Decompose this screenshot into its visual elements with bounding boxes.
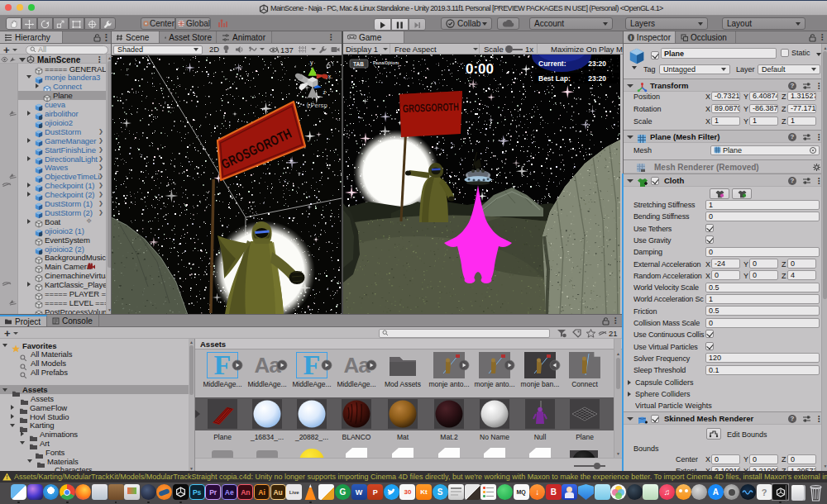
- svg-text:Current:: Current:: [538, 59, 566, 68]
- svg-text:⟨ Persp: ⟨ Persp: [306, 102, 327, 109]
- svg-text:!: !: [6, 474, 7, 480]
- svg-text:Best Lap:: Best Lap:: [538, 74, 571, 83]
- svg-text:23:20: 23:20: [588, 74, 606, 83]
- svg-text:x.: x.: [328, 74, 333, 79]
- svg-text:y: y: [310, 59, 313, 66]
- svg-text:TAB: TAB: [353, 61, 364, 67]
- svg-text:GROSGOROTH: GROSGOROTH: [403, 101, 459, 115]
- svg-text:23:20: 23:20: [588, 59, 606, 68]
- svg-text:0:00: 0:00: [466, 61, 494, 77]
- svg-text:z: z: [323, 89, 326, 95]
- svg-text:Pausa/Options: Pausa/Options: [373, 61, 399, 65]
